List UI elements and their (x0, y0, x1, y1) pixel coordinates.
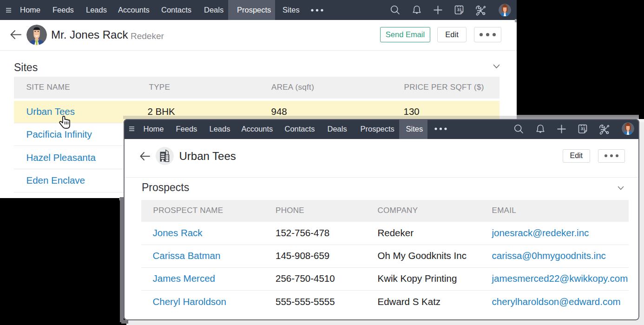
svg-text:31: 31 (457, 7, 462, 12)
